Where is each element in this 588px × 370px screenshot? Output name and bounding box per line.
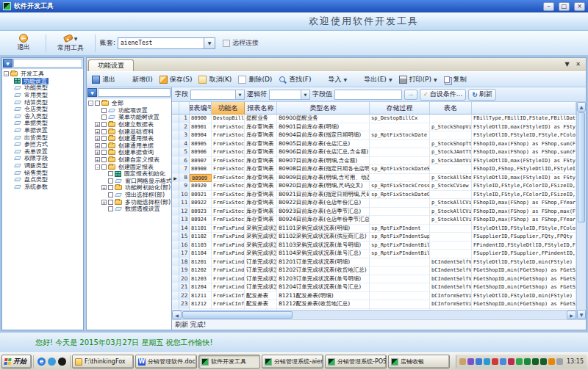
checkbox[interactable] [108,171,113,176]
grid-cell[interactable]: 库存查询表 [245,208,277,217]
grid-cell[interactable]: 提醒业务 [245,115,277,123]
scroll-up-icon[interactable]: ▲ [577,102,586,112]
grid-cell[interactable]: 80907目前库存表(明细,含金额) [277,157,370,166]
checkbox[interactable] [108,185,113,190]
grid-cell[interactable] [370,123,430,132]
row-marker-cell[interactable]: ▶ [172,174,179,183]
column-header-4[interactable]: 报表名称 [245,102,277,115]
grid-cell[interactable]: 80922 [190,199,212,208]
common-tools-button[interactable]: ▼ 常用工具 [51,32,90,54]
grid-cell[interactable]: 库存查询表 [245,165,277,174]
grid-cell[interactable]: FrmFixStockRpt [212,123,245,132]
table-row[interactable]: 680907FrmFixStockRpt库存查询表80907目前库存表(明细,含… [172,157,576,166]
taskbar-task-4[interactable]: 分销管理系统-aiene [262,355,323,369]
blue-app-icon[interactable] [476,358,482,365]
sidebar-item-9[interactable]: 出货类型 [4,134,83,141]
checkbox[interactable] [108,206,113,211]
row-marker-cell[interactable] [172,258,179,267]
grid-cell[interactable]: 80924 [190,216,212,225]
row-marker-cell[interactable] [172,131,179,140]
table-row[interactable]: 1080921FrmFixStockRpt库存查询表80921目前库存表(指定日… [172,191,576,200]
sidebar-item-14[interactable]: 销售类型 [4,169,83,176]
grid-cell[interactable]: FrmFixPindentRpt [212,250,245,258]
table-row[interactable]: 180900DestopBillCx提醒业务80900提醒业务sp_Destop… [172,115,576,123]
grid-cell[interactable] [430,225,472,233]
function-tree-item-6[interactable]: +创建通用单据 [88,142,171,150]
sidebar-item-5[interactable]: 仓店类型 [4,106,83,113]
table-row[interactable]: 1280923FrmFixStockRpt库存查询表80923目前库存表(仓店季… [172,208,576,217]
grid-cell[interactable]: 81202 [190,266,212,275]
row-number-cell[interactable]: 4 [179,140,190,149]
expand-icon[interactable]: + [95,157,100,162]
scroll-right-icon[interactable]: ▶ [567,311,576,319]
app-green-icon-2[interactable] [540,358,547,365]
remote-checkbox[interactable] [223,40,230,47]
grid-cell[interactable]: 81211配发差表(明细) [277,292,370,301]
ie-icon[interactable]: e [37,358,46,366]
close-button[interactable]: × [574,2,585,11]
grid-cell[interactable]: 80904 [190,131,212,140]
grid-cell[interactable]: 80924目前库存表(仓店年份季节汇总) [277,216,370,225]
function-tree-root[interactable]: -全部 [88,100,171,107]
table-row[interactable]: 1581102FrmFixPindentRpt采购完成状况表81102采购完成状… [172,233,576,242]
sidebar-item-10[interactable]: 参照方式 [4,141,83,148]
row-number-cell[interactable]: 6 [179,157,190,166]
row-marker-cell[interactable] [172,233,179,242]
grid-cell[interactable]: FrmFixStockRpt [212,140,245,149]
checkbox[interactable] [101,164,107,170]
scroll-left-icon[interactable]: ◀ [172,311,182,319]
colorful-app-icon[interactable] [467,358,474,365]
column-header-3[interactable]: 功能名 [212,102,245,115]
grid-cell[interactable]: p_StockAllCView [430,208,472,217]
qq-icon[interactable] [58,358,66,366]
grid-cell[interactable] [370,174,430,183]
checkbox[interactable] [108,200,113,205]
tab-close-icon[interactable]: ✕ [573,60,583,70]
grid-cell[interactable]: 80900 [190,115,212,123]
row-marker-cell[interactable] [172,300,179,309]
grid-cell[interactable]: 库存查询表 [245,216,277,225]
row-number-cell[interactable]: 7 [179,165,190,174]
row-number-cell[interactable]: 13 [179,216,190,225]
function-tree-item-3[interactable]: +创建立数据表 [88,121,171,128]
grid-cell[interactable]: 81201订单完成状况表(明细) [277,258,370,267]
row-marker-cell[interactable] [172,292,179,301]
expand-icon[interactable]: - [95,164,100,170]
grid-cell[interactable]: bCIndentSelfView [430,266,472,275]
row-number-cell[interactable]: 15 [179,233,190,242]
grid-cell[interactable]: 81101采购完成状况表(明细) [277,225,370,233]
taskbar-task-6[interactable]: 店铺收银 [388,355,450,369]
app-green-icon-1[interactable] [532,358,539,365]
checkbox[interactable] [101,122,107,127]
grid-cell[interactable]: 80900提醒业务 [277,115,370,123]
grid-cell[interactable]: 81102采购完成状况表(供应商汇总) [277,233,370,242]
row-marker-cell[interactable] [172,182,179,191]
sidebar-item-7[interactable]: 单据类型 [4,120,83,127]
export-button[interactable]: 导出(E)▼ [351,73,394,86]
grid-cell[interactable] [430,233,472,242]
expand-icon[interactable]: + [95,143,100,148]
grid-cell[interactable]: FStyleDtlID,FStyleID,min(FStyle) [472,292,576,301]
grid-cell[interactable] [370,275,430,284]
function-tree-item-7[interactable]: +创建单据查询 [88,149,171,156]
function-tree-item-4[interactable]: +创建基础资料 [88,128,171,135]
grid-cell[interactable]: 库存查询表 [245,191,277,200]
checkbox[interactable] [101,157,107,162]
grid-cell[interactable]: FrmFixCindentRpt [212,275,245,284]
grid-cell[interactable] [370,157,430,166]
grid-cell[interactable]: 80901 [190,123,212,132]
grid-cell[interactable] [370,258,430,267]
row-marker-cell[interactable] [172,266,179,275]
grid-cell[interactable]: FrmFixStockRpt [212,182,245,191]
grid-cell[interactable]: sp_RptFixPIndentBillTtl [370,250,430,258]
table-row[interactable]: 1981202FrmFixCindentRpt订单完成状况表81202订单完成状… [172,266,576,275]
grid-cell[interactable]: 80921 [190,191,212,200]
input-method-icon[interactable] [459,358,466,365]
grid-cell[interactable] [370,208,430,217]
grid-cell[interactable]: p_StockJAmtTtlView [430,148,472,157]
print-button[interactable]: 打印(P)▼ [397,73,440,86]
row-number-cell[interactable]: 2 [179,123,190,132]
grid-cell[interactable]: FrmFixStockRpt [212,174,245,183]
row-number-cell[interactable]: 18 [179,258,190,267]
grid-cell[interactable]: 80909 [190,174,212,183]
